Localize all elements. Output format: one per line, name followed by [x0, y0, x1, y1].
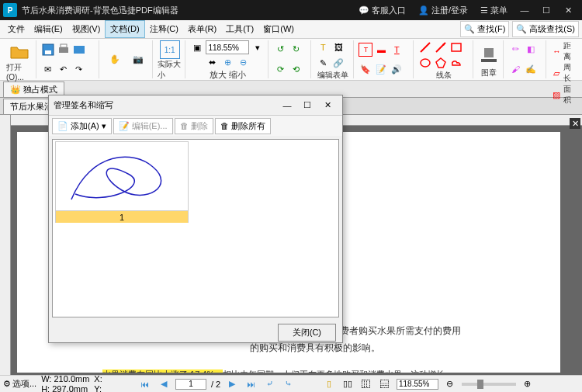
search-icon: 🔍: [516, 24, 527, 34]
zoom-out-icon[interactable]: ⊖: [236, 55, 250, 69]
close-panel-icon[interactable]: ✕: [570, 118, 580, 129]
zoom-input[interactable]: [206, 40, 249, 54]
menu-file[interactable]: 文件: [3, 21, 29, 37]
snapshot-icon[interactable]: 📷: [127, 49, 149, 71]
add-signature-button[interactable]: 📄添加(A)▾: [52, 118, 112, 134]
underline-icon[interactable]: T: [390, 43, 404, 57]
continuous-icon[interactable]: ▯▯: [341, 377, 355, 391]
next-page-icon[interactable]: ▶: [225, 377, 239, 391]
scan-icon[interactable]: [72, 43, 86, 57]
continuous-facing-icon[interactable]: ⿳: [378, 377, 392, 391]
area-icon[interactable]: ▨: [551, 88, 562, 102]
menu-document[interactable]: 文档(D): [105, 20, 144, 38]
note-icon[interactable]: 📝: [374, 62, 388, 76]
sound-icon[interactable]: 🔊: [390, 62, 404, 76]
highlighted-text: 水果消费在同比上涨了 17.4%。: [102, 369, 223, 373]
status-zoom-input[interactable]: [397, 379, 438, 390]
pencil-icon[interactable]: ✏: [508, 43, 522, 57]
rotate-cw-icon[interactable]: ⟳: [273, 62, 287, 76]
zoom-slider-thumb[interactable]: [477, 380, 483, 389]
signature-list[interactable]: 1: [52, 139, 339, 317]
rotate-right-icon[interactable]: ↻: [289, 43, 303, 57]
close-button[interactable]: ✕: [557, 2, 579, 18]
marker-icon[interactable]: ✍: [524, 62, 538, 76]
fit-width-icon[interactable]: ⬌: [205, 55, 219, 69]
facing-icon[interactable]: ⿲: [359, 377, 373, 391]
email-icon[interactable]: ✉: [41, 62, 55, 76]
dialog-minimize-button[interactable]: —: [277, 98, 297, 113]
oval-icon[interactable]: [418, 56, 432, 70]
svg-point-9: [421, 59, 430, 67]
delete-all-button[interactable]: 🗑删除所有: [215, 118, 271, 134]
customer-service-link[interactable]: 💬客服入口: [352, 5, 412, 16]
chat-icon: 💬: [359, 5, 369, 16]
line-icon[interactable]: [418, 40, 432, 54]
crown-icon: 👑: [10, 85, 21, 95]
add-icon: 📄: [57, 121, 68, 131]
save-icon[interactable]: [41, 43, 55, 57]
arrow-icon[interactable]: [434, 40, 448, 54]
hand-tool-icon[interactable]: ✋: [104, 49, 126, 71]
minimize-button[interactable]: —: [514, 2, 535, 18]
dialog-header[interactable]: 管理签名和缩写 — ☐ ✕: [49, 95, 342, 116]
prev-page-icon[interactable]: ◀: [157, 377, 171, 391]
edit-link-icon[interactable]: 🔗: [331, 56, 345, 70]
menu-tools[interactable]: 工具(T): [221, 21, 258, 37]
highlight-icon[interactable]: ▬: [374, 43, 388, 57]
eraser-icon[interactable]: ◧: [524, 43, 538, 57]
fit-page-icon[interactable]: ▣: [190, 40, 204, 54]
cloud-icon[interactable]: [449, 56, 463, 70]
zoom-dropdown-icon[interactable]: ▾: [251, 40, 265, 54]
last-page-icon[interactable]: ⏭: [244, 377, 258, 391]
edit-signature-button[interactable]: 📝编辑(E)...: [113, 118, 173, 134]
menu-view[interactable]: 视图(V): [68, 21, 106, 37]
status-zoom-in-icon[interactable]: ⊕: [521, 377, 535, 391]
page-number-input[interactable]: [175, 379, 206, 390]
login-link[interactable]: 👤注册/登录: [412, 5, 474, 16]
zoom-slider[interactable]: [462, 383, 516, 386]
window-title: 节后水果消费调研-背景色迅捷PDF编辑器: [22, 5, 352, 16]
print-icon[interactable]: [57, 43, 71, 57]
rotate-ccw-icon[interactable]: ⟲: [289, 62, 303, 76]
svg-rect-11: [484, 48, 494, 57]
forward-view-icon[interactable]: ⤷: [281, 377, 295, 391]
advanced-find-button[interactable]: 🔍高级查找(S): [512, 21, 579, 37]
single-page-icon[interactable]: ▯: [322, 377, 336, 391]
strikeout-icon[interactable]: 🔖: [359, 62, 372, 76]
undo-icon[interactable]: ↶: [57, 62, 71, 76]
perimeter-icon[interactable]: ▱: [551, 66, 562, 80]
status-zoom-out-icon[interactable]: ⊖: [443, 377, 457, 391]
back-view-icon[interactable]: ⤶: [262, 377, 276, 391]
menu-edit[interactable]: 编辑(E): [29, 21, 68, 37]
menu-forms[interactable]: 表单(R): [183, 21, 221, 37]
text-box-icon[interactable]: T: [359, 43, 372, 57]
distance-icon[interactable]: ↔: [551, 44, 562, 58]
delete-signature-button[interactable]: 🗑删除: [175, 118, 213, 134]
actual-size-icon[interactable]: 1:1: [160, 40, 180, 59]
find-button[interactable]: 🔍查找(F): [460, 21, 509, 37]
first-page-icon[interactable]: ⏮: [138, 377, 152, 391]
brush-icon[interactable]: 🖌: [508, 62, 522, 76]
svg-rect-4: [74, 46, 85, 54]
edit-text-icon[interactable]: T: [316, 40, 330, 54]
rotate-left-icon[interactable]: ↺: [273, 43, 287, 57]
options-button[interactable]: ⚙选项...: [3, 378, 36, 390]
menu-link[interactable]: ☰菜单: [474, 5, 514, 16]
menu-window[interactable]: 窗口(W): [258, 21, 299, 37]
dialog-close-action-button[interactable]: 关闭(C): [278, 324, 336, 342]
maximize-button[interactable]: ☐: [535, 2, 557, 18]
rect-icon[interactable]: [449, 40, 463, 54]
actual-size-label: 实际大小: [158, 59, 182, 81]
polygon-icon[interactable]: [434, 56, 448, 70]
dialog-maximize-button[interactable]: ☐: [297, 98, 317, 113]
dialog-close-button[interactable]: ✕: [317, 98, 338, 113]
edit-object-icon[interactable]: ✎: [316, 56, 330, 70]
zoom-in-icon[interactable]: ⊕: [220, 55, 234, 69]
dropdown-icon: ▾: [102, 121, 106, 131]
open-icon[interactable]: [9, 40, 30, 62]
stamp-icon[interactable]: [478, 43, 500, 65]
menu-annotate[interactable]: 注释(C): [145, 21, 183, 37]
edit-image-icon[interactable]: 🖼: [331, 40, 345, 54]
redo-icon[interactable]: ↷: [72, 62, 86, 76]
signature-item[interactable]: 1: [55, 141, 189, 223]
